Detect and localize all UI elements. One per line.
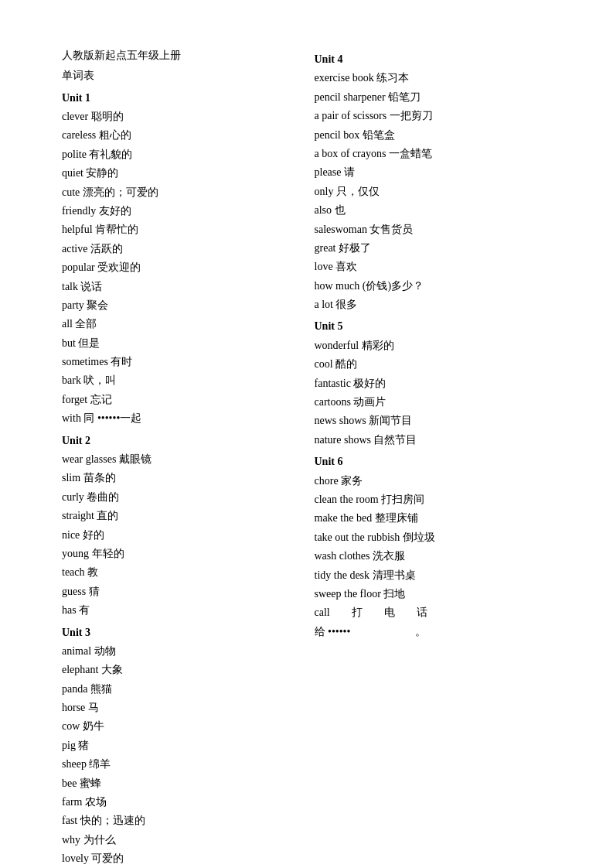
vocab-entry: wash clothes 洗衣服 [315, 548, 552, 565]
vocab-entry: wear glasses 戴眼镜 [62, 451, 299, 468]
title-line: 人教版新起点五年级上册 [62, 46, 299, 65]
vocab-entry: clean the room 打扫房间 [315, 491, 552, 508]
vocab-entry: only 只，仅仅 [315, 183, 552, 200]
vocab-entry: active 活跃的 [62, 241, 299, 258]
left-column: 人教版新起点五年级上册单词表Unit 1clever 聪明的careless 粗… [62, 46, 315, 868]
vocab-entry: make the bed 整理床铺 [315, 510, 552, 527]
vocab-entry: wonderful 精彩的 [315, 337, 552, 354]
vocab-entry: but 但是 [62, 335, 299, 352]
vocab-entry: sheep 绵羊 [62, 756, 299, 773]
vocab-entry: quiet 安静的 [62, 165, 299, 182]
vocab-entry: with 同 ••••••一起 [62, 410, 299, 427]
vocab-entry: how much (价钱)多少？ [315, 278, 552, 295]
vocab-entry: saleswoman 女售货员 [315, 221, 552, 238]
vocab-entry: a box of crayons 一盒蜡笔 [315, 145, 552, 162]
vocab-entry: helpful 肯帮忙的 [62, 221, 299, 238]
vocab-entry: teach 教 [62, 564, 299, 581]
vocab-entry: horse 马 [62, 699, 299, 716]
title-line: 单词表 [62, 67, 299, 85]
vocab-entry: pencil box 铅笔盒 [315, 127, 552, 144]
vocab-entry: fast 快的；迅速的 [62, 812, 299, 829]
right-column: Unit 4exercise book 练习本pencil sharpener … [315, 46, 552, 868]
unit-header: Unit 1 [62, 90, 299, 107]
vocab-entry: love 喜欢 [315, 258, 552, 275]
vocab-entry: slim 苗条的 [62, 470, 299, 487]
vocab-entry: all 全部 [62, 316, 299, 333]
vocab-entry: bark 吠，叫 [62, 372, 299, 389]
vocab-entry: also 也 [315, 202, 552, 219]
vocab-entry: news shows 新闻节目 [315, 412, 552, 429]
vocab-entry: take out the rubbish 倒垃圾 [315, 529, 552, 546]
vocab-entry: lovely 可爱的 [62, 850, 299, 867]
vocab-entry: chore 家务 [315, 473, 552, 490]
vocab-entry: panda 熊猫 [62, 681, 299, 698]
vocab-entry: curly 卷曲的 [62, 489, 299, 506]
unit-header: Unit 2 [62, 432, 299, 449]
vocab-entry: clever 聪明的 [62, 108, 299, 125]
vocab-entry: careless 粗心的 [62, 127, 299, 144]
vocab-entry: fantastic 极好的 [315, 375, 552, 392]
unit-header: Unit 3 [62, 624, 299, 641]
vocab-entry: polite 有礼貌的 [62, 146, 299, 163]
vocab-entry: has 有 [62, 602, 299, 619]
vocab-entry: 给 •••••• 。 [315, 624, 552, 641]
vocab-entry: exercise book 练习本 [315, 70, 552, 87]
vocab-entry: pencil sharpener 铅笔刀 [315, 89, 552, 106]
vocab-entry: cool 酷的 [315, 356, 552, 373]
vocab-entry: guess 猜 [62, 583, 299, 600]
vocab-entry: sometimes 有时 [62, 354, 299, 371]
vocab-entry: cute 漂亮的；可爱的 [62, 184, 299, 201]
vocab-entry: party 聚会 [62, 297, 299, 314]
vocab-entry: great 好极了 [315, 240, 552, 257]
vocab-entry: young 年轻的 [62, 545, 299, 562]
vocab-entry: farm 农场 [62, 794, 299, 811]
vocab-entry: nature shows 自然节目 [315, 432, 552, 449]
vocab-entry: please 请 [315, 164, 552, 181]
unit-header: Unit 4 [315, 51, 552, 68]
vocab-entry: talk 说话 [62, 279, 299, 296]
vocab-entry: cow 奶牛 [62, 718, 299, 735]
vocab-entry: call 打 电 话 [315, 604, 552, 621]
unit-header: Unit 5 [315, 318, 552, 335]
page-content: 人教版新起点五年级上册单词表Unit 1clever 聪明的careless 粗… [62, 46, 551, 868]
unit-header: Unit 6 [315, 453, 552, 470]
vocab-entry: why 为什么 [62, 832, 299, 849]
vocab-entry: nice 好的 [62, 527, 299, 544]
vocab-entry: animal 动物 [62, 643, 299, 660]
vocab-entry: forget 忘记 [62, 391, 299, 408]
vocab-entry: straight 直的 [62, 507, 299, 525]
vocab-entry: elephant 大象 [62, 661, 299, 678]
vocab-entry: a pair of scissors 一把剪刀 [315, 108, 552, 125]
vocab-entry: pig 猪 [62, 737, 299, 754]
vocab-entry: bee 蜜蜂 [62, 775, 299, 792]
vocab-entry: a lot 很多 [315, 296, 552, 313]
vocab-entry: tidy the desk 清理书桌 [315, 567, 552, 584]
vocab-entry: friendly 友好的 [62, 203, 299, 220]
vocab-entry: sweep the floor 扫地 [315, 586, 552, 603]
vocab-entry: cartoons 动画片 [315, 394, 552, 411]
vocab-entry: popular 受欢迎的 [62, 259, 299, 276]
